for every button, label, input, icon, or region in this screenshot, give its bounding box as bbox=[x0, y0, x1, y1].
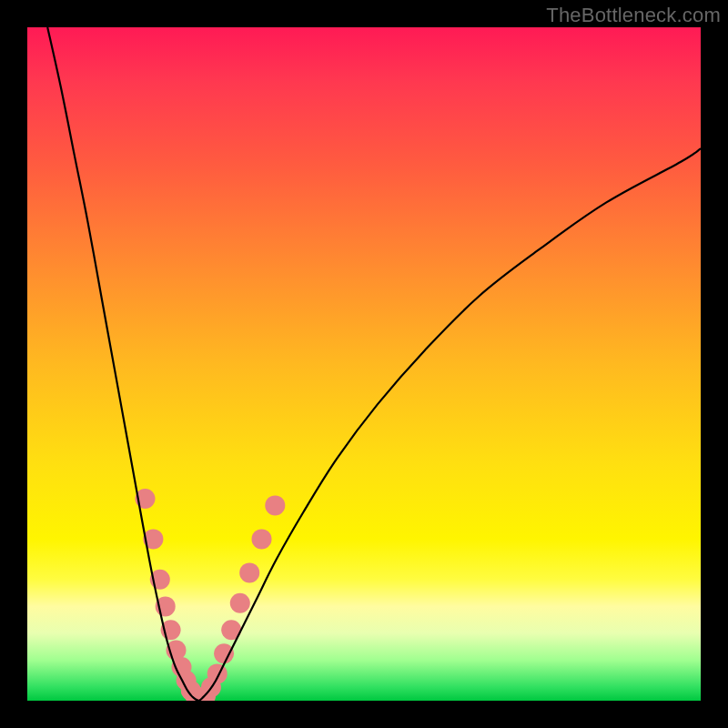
data-marker bbox=[214, 643, 234, 663]
curves-svg bbox=[27, 27, 701, 701]
right-curve bbox=[199, 148, 701, 701]
data-marker bbox=[207, 663, 228, 683]
data-marker bbox=[230, 593, 250, 613]
data-marker bbox=[265, 495, 285, 515]
plot-area bbox=[27, 27, 701, 701]
watermark-text: TheBottleneck.com bbox=[546, 4, 721, 27]
left-curve bbox=[47, 27, 199, 701]
data-marker bbox=[252, 529, 272, 549]
marker-group bbox=[136, 489, 286, 701]
data-marker bbox=[239, 562, 259, 582]
chart-frame: TheBottleneck.com bbox=[0, 0, 728, 728]
